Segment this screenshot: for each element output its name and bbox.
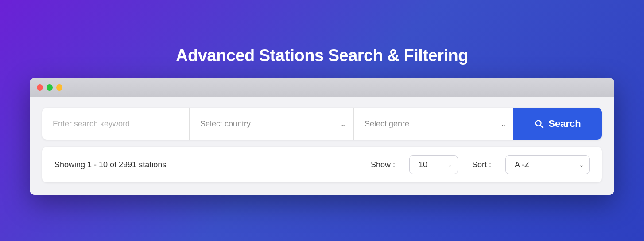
traffic-light-minimize[interactable] [47,84,53,91]
window-titlebar [30,78,614,97]
sort-select[interactable]: A -Z Z -A Most Popular Recently Added [505,155,590,174]
search-button-label: Search [548,118,581,130]
traffic-light-maximize[interactable] [56,84,62,91]
country-select-wrapper: Select country United States United King… [190,108,353,140]
genre-select[interactable]: Select genre Pop Rock Jazz Classical Hip… [354,108,429,140]
search-button[interactable]: Search [513,108,602,140]
svg-line-1 [541,125,543,128]
genre-chevron-icon: ⌄ [500,120,506,128]
sort-select-wrapper: A -Z Z -A Most Popular Recently Added ⌄ [505,155,590,174]
country-chevron-icon: ⌄ [340,120,346,128]
window-content: Select country United States United King… [30,97,614,195]
genre-select-wrapper: Select genre Pop Rock Jazz Classical Hip… [354,108,513,140]
show-select-wrapper: 5 10 25 50 100 ⌄ [409,155,458,174]
country-select[interactable]: Select country United States United King… [190,108,277,140]
page-title: Advanced Stations Search & Filtering [176,46,468,65]
show-label: Show : [371,160,395,170]
results-bar: Showing 1 - 10 of 2991 stations Show : 5… [42,147,602,182]
show-select[interactable]: 5 10 25 50 100 [409,155,458,174]
app-window: Select country United States United King… [30,78,614,195]
show-sort-group: Show : 5 10 25 50 100 ⌄ Sort : A -Z [371,155,590,174]
traffic-light-close[interactable] [37,84,43,91]
search-keyword-input[interactable] [42,108,189,140]
sort-label: Sort : [472,160,491,170]
search-bar: Select country United States United King… [42,108,602,140]
results-showing-text: Showing 1 - 10 of 2991 stations [54,160,371,170]
search-icon [534,119,544,129]
